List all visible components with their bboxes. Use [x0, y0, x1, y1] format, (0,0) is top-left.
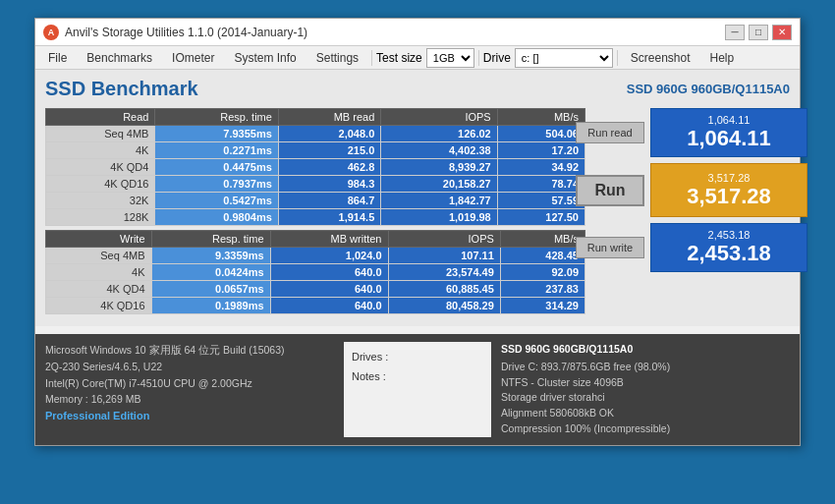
table-row: 4K QD160.1989ms640.080,458.29314.29: [46, 298, 585, 314]
write-score-small: 2,453.18: [708, 229, 751, 241]
main-window: A Anvil's Storage Utilities 1.1.0 (2014-…: [34, 18, 801, 446]
minimize-button[interactable]: ─: [725, 25, 745, 40]
menu-help[interactable]: Help: [701, 48, 744, 68]
ssd-detail-line: NTFS - Cluster size 4096B: [501, 375, 790, 391]
menu-screenshot[interactable]: Screenshot: [622, 48, 699, 68]
wmbs-col-header: MB/s: [500, 231, 584, 248]
sys-info-line: Memory : 16,269 MB: [45, 391, 334, 408]
run-read-button[interactable]: Run read: [576, 122, 644, 143]
sys-info-line: 2Q-230 Series/4.6.5, U22: [45, 359, 334, 375]
resp-col-header: Resp. time: [155, 109, 278, 126]
wresp-col-header: Resp. time: [151, 231, 270, 248]
content-area: SSD Benchmark SSD 960G 960GB/Q1115A0 Rea…: [35, 70, 800, 326]
read-section: Read Resp. time MB read IOPS MB/s Seq 4M…: [45, 108, 585, 226]
benchmark-tables: Read Resp. time MB read IOPS MB/s Seq 4M…: [45, 108, 585, 318]
drive-select[interactable]: c: []: [515, 48, 613, 68]
write-score-large: 2,453.18: [687, 241, 771, 266]
ssd-model: SSD 960G 960GB/Q1115A0: [627, 82, 790, 96]
bottom-panel: Microsoft Windows 10 家用版 64 位元 Build (15…: [35, 334, 800, 445]
mbs-col-header: MB/s: [497, 109, 584, 126]
right-panel: Run read 1,064.11 1,064.11 Run 3,517.28 …: [593, 108, 790, 318]
separator-2: [478, 50, 479, 66]
header-row: SSD Benchmark SSD 960G 960GB/Q1115A0: [45, 78, 790, 100]
ssd-info-title: SSD 960G 960GB/Q1115A0: [501, 342, 790, 358]
ssd-detail-line: Storage driver storahci: [501, 390, 790, 406]
iops-col-header: IOPS: [381, 109, 497, 126]
read-col-header: Read: [46, 109, 155, 126]
read-score-large: 1,064.11: [687, 126, 771, 151]
table-row: 4K QD160.7937ms984.320,158.2778.74: [46, 176, 585, 193]
drive-label: Drive: [483, 51, 511, 65]
sys-info-line: Microsoft Windows 10 家用版 64 位元 Build (15…: [45, 342, 334, 359]
notes-label: Notes :: [352, 367, 483, 387]
testsize-select[interactable]: 1GB: [426, 48, 474, 68]
menu-sysinfo[interactable]: System Info: [225, 48, 305, 68]
drive-group: Drive c: []: [483, 48, 613, 68]
menubar: File Benchmarks IOmeter System Info Sett…: [35, 46, 800, 70]
table-row: 4K0.2271ms215.04,402.3817.20: [46, 142, 585, 159]
total-score-large: 3,517.28: [687, 184, 771, 209]
total-score-row: Run 3,517.28 3,517.28: [576, 163, 807, 217]
wiops-col-header: IOPS: [388, 231, 500, 248]
drives-label: Drives :: [352, 348, 483, 367]
ssd-info: SSD 960G 960GB/Q1115A0 Drive C: 893.7/87…: [501, 342, 790, 437]
total-score-small: 3,517.28: [708, 172, 751, 184]
ssd-detail-line: Alignment 580608kB OK: [501, 406, 790, 421]
app-title: Anvil's Storage Utilities 1.1.0 (2014-Ja…: [65, 26, 307, 39]
testsize-label: Test size: [376, 51, 422, 65]
table-row: 32K0.5427ms864.71,842.7757.59: [46, 193, 585, 209]
pro-edition-label: Professional Edition: [45, 408, 334, 425]
write-score-box: 2,453.18 2,453.18: [650, 223, 807, 272]
close-button[interactable]: ✕: [772, 25, 792, 40]
read-score-box: 1,064.11 1,064.11: [650, 108, 807, 157]
system-info: Microsoft Windows 10 家用版 64 位元 Build (15…: [45, 342, 334, 437]
table-row: 128K0.9804ms1,914.51,019.98127.50: [46, 209, 585, 226]
separator-1: [371, 50, 372, 66]
titlebar-left: A Anvil's Storage Utilities 1.1.0 (2014-…: [43, 25, 307, 40]
ssd-detail-line: Compression 100% (Incompressible): [501, 421, 790, 437]
table-row: Seq 4MB9.3359ms1,024.0107.11428.45: [46, 248, 585, 264]
table-row: Seq 4MB7.9355ms2,048.0126.02504.06: [46, 126, 585, 142]
table-row: 4K QD40.4475ms462.88,939.2734.92: [46, 159, 585, 176]
maximize-button[interactable]: □: [749, 25, 768, 40]
mbread-col-header: MB read: [278, 109, 380, 126]
write-section: Write Resp. time MB written IOPS MB/s Se…: [45, 230, 585, 314]
separator-3: [617, 50, 618, 66]
testsize-group: Test size 1GB: [376, 48, 474, 68]
table-row: 4K0.0424ms640.023,574.4992.09: [46, 264, 585, 281]
write-col-header: Write: [46, 231, 152, 248]
total-score-box: 3,517.28 3,517.28: [650, 163, 807, 217]
window-controls: ─ □ ✕: [725, 25, 792, 40]
titlebar: A Anvil's Storage Utilities 1.1.0 (2014-…: [35, 19, 800, 46]
ssd-detail-line: Drive C: 893.7/875.6GB free (98.0%): [501, 360, 790, 375]
menu-file[interactable]: File: [39, 48, 76, 68]
run-button[interactable]: Run: [576, 175, 644, 206]
read-score-small: 1,064.11: [708, 114, 751, 126]
read-table: Read Resp. time MB read IOPS MB/s Seq 4M…: [45, 108, 585, 226]
menu-settings[interactable]: Settings: [307, 48, 367, 68]
app-icon: A: [43, 25, 59, 40]
write-table: Write Resp. time MB written IOPS MB/s Se…: [45, 230, 585, 314]
main-area: Read Resp. time MB read IOPS MB/s Seq 4M…: [45, 108, 790, 318]
run-write-button[interactable]: Run write: [576, 237, 644, 258]
write-score-row: Run write 2,453.18 2,453.18: [576, 223, 807, 272]
page-title: SSD Benchmark: [45, 78, 198, 100]
table-row: 4K QD40.0657ms640.060,885.45237.83: [46, 281, 585, 298]
menu-benchmarks[interactable]: Benchmarks: [78, 48, 161, 68]
read-score-row: Run read 1,064.11 1,064.11: [576, 108, 807, 157]
sys-info-line: Intel(R) Core(TM) i7-4510U CPU @ 2.00GHz: [45, 375, 334, 392]
menu-iometer[interactable]: IOmeter: [163, 48, 223, 68]
notes-panel: Drives : Notes :: [344, 342, 491, 437]
mbwritten-col-header: MB written: [270, 231, 388, 248]
